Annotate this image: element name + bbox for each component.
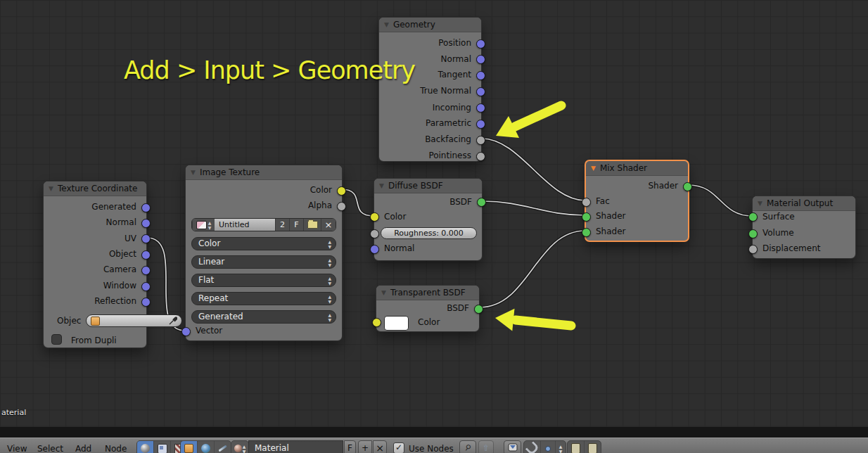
- magnet-icon: [525, 441, 540, 453]
- node-texture-coordinate[interactable]: ▼ Texture Coordinate Generated Normal UV…: [43, 181, 147, 348]
- node-geometry[interactable]: ▼ Geometry Position Normal Tangent True …: [378, 17, 482, 162]
- socket-label: Normal: [106, 217, 136, 228]
- socket-shader2-in[interactable]: [582, 228, 591, 237]
- socket-backfacing-out[interactable]: [476, 136, 485, 145]
- socket-fac-in[interactable]: [582, 198, 591, 207]
- node-mix-shader[interactable]: ▼ Mix Shader Shader Fac Shader Shader: [585, 160, 689, 242]
- source-dropdown[interactable]: Generated ▲▼: [191, 310, 336, 324]
- node-header-texture-coordinate[interactable]: ▼ Texture Coordinate: [44, 181, 146, 196]
- snap-element-button[interactable]: [540, 441, 555, 453]
- menu-select[interactable]: Select: [37, 444, 63, 453]
- socket-label: Shader: [596, 226, 626, 237]
- color-swatch[interactable]: [384, 316, 409, 331]
- object-context-button[interactable]: [181, 441, 197, 453]
- collapse-triangle-icon[interactable]: ▼: [758, 200, 762, 207]
- menu-node[interactable]: Node: [105, 444, 127, 453]
- socket-surface-in[interactable]: [748, 212, 758, 222]
- collapse-triangle-icon[interactable]: ▼: [379, 183, 384, 189]
- collapse-triangle-icon[interactable]: ▼: [191, 170, 196, 176]
- socket-normal-out[interactable]: [141, 219, 151, 228]
- extension-dropdown[interactable]: Repeat ▲▼: [191, 292, 336, 305]
- roughness-slider[interactable]: Roughness: 0.000: [381, 227, 477, 239]
- node-header-transparent-bsdf[interactable]: ▼ Transparent BSDF: [376, 286, 479, 300]
- image-browse-button[interactable]: ▲▼: [192, 219, 215, 231]
- menu-view[interactable]: View: [7, 444, 27, 453]
- use-nodes-checkbox[interactable]: ✓: [393, 442, 404, 453]
- collapse-triangle-icon[interactable]: ▼: [49, 186, 53, 192]
- fake-user-button[interactable]: F: [344, 440, 356, 453]
- socket-parametric-out[interactable]: [476, 120, 485, 129]
- paste-nodes-button[interactable]: [584, 441, 601, 453]
- new-material-button[interactable]: +: [358, 440, 372, 453]
- socket-color-in[interactable]: [372, 318, 381, 327]
- interpolation-dropdown[interactable]: Linear ▲▼: [191, 255, 336, 269]
- collapse-triangle-icon[interactable]: ▼: [384, 22, 389, 28]
- socket-alpha-out[interactable]: [337, 202, 346, 211]
- up-arrow-icon: ⇧: [483, 443, 490, 453]
- socket-roughness-in[interactable]: [370, 229, 379, 238]
- go-to-parent-tree-button[interactable]: ⇧: [478, 440, 494, 453]
- node-transparent-bsdf[interactable]: ▼ Transparent BSDF BSDF Color: [376, 285, 480, 332]
- backdrop-button[interactable]: [504, 440, 521, 453]
- socket-object-out[interactable]: [141, 250, 151, 260]
- compositing-nodes-button[interactable]: [153, 441, 170, 453]
- snap-toggle-button[interactable]: [524, 441, 540, 453]
- socket-shader-out[interactable]: [683, 182, 692, 191]
- socket-reflection-out[interactable]: [141, 298, 151, 307]
- node-header-geometry[interactable]: ▼ Geometry: [379, 18, 481, 32]
- snap-mode-arrows[interactable]: ▲▼: [555, 441, 566, 453]
- node-title: Texture Coordinate: [58, 184, 138, 193]
- socket-camera-out[interactable]: [141, 266, 151, 275]
- unlink-material-button[interactable]: ×: [373, 440, 387, 453]
- socket-generated-out[interactable]: [141, 203, 151, 212]
- socket-true-normal-out[interactable]: [476, 87, 485, 96]
- fake-user-button[interactable]: F: [289, 219, 303, 231]
- node-material-output[interactable]: ▼ Material Output Surface Volume Displac…: [752, 196, 856, 259]
- socket-window-out[interactable]: [141, 282, 151, 291]
- eyedropper-icon[interactable]: [169, 317, 177, 325]
- projection-dropdown[interactable]: Flat ▲▼: [191, 274, 336, 287]
- socket-label: UV: [125, 233, 136, 244]
- world-context-button[interactable]: [197, 441, 214, 453]
- material-browse-button[interactable]: ▲▼: [231, 440, 249, 453]
- collapse-triangle-icon[interactable]: ▼: [591, 165, 596, 172]
- open-image-button[interactable]: [303, 219, 321, 231]
- socket-volume-in[interactable]: [748, 229, 758, 238]
- socket-color-in[interactable]: [370, 212, 379, 222]
- object-selector-field[interactable]: [86, 314, 182, 327]
- socket-color-out[interactable]: [337, 186, 346, 196]
- world-globe-icon: [201, 444, 210, 453]
- unlink-image-button[interactable]: ×: [321, 219, 336, 231]
- node-header-image-texture[interactable]: ▼ Image Texture: [186, 165, 342, 180]
- socket-vector-in[interactable]: [181, 327, 191, 336]
- socket-position-out[interactable]: [476, 39, 485, 49]
- node-header-material-output[interactable]: ▼ Material Output: [753, 196, 855, 211]
- node-header-diffuse-bsdf[interactable]: ▼ Diffuse BSDF: [374, 179, 482, 193]
- linestyle-context-button[interactable]: [214, 441, 231, 453]
- image-users-count-button[interactable]: 2: [275, 219, 289, 231]
- socket-shader1-in[interactable]: [582, 212, 591, 222]
- material-name-field[interactable]: Material: [248, 440, 343, 453]
- copy-nodes-button[interactable]: [568, 441, 584, 453]
- socket-normal-in[interactable]: [370, 245, 379, 254]
- node-image-texture[interactable]: ▼ Image Texture Color Alpha ▲▼ Untitled …: [185, 165, 343, 341]
- pin-button[interactable]: ⚲: [459, 440, 476, 453]
- node-title: Geometry: [393, 20, 435, 30]
- from-dupli-checkbox[interactable]: [51, 334, 62, 345]
- collapse-triangle-icon[interactable]: ▼: [381, 290, 386, 296]
- dropdown-arrows-icon: ▲▼: [328, 294, 331, 304]
- socket-label: Color: [310, 184, 332, 196]
- browse-material-icon-button[interactable]: ▲▼: [231, 441, 248, 453]
- socket-bsdf-out[interactable]: [474, 305, 483, 314]
- node-header-mix-shader[interactable]: ▼ Mix Shader: [586, 161, 688, 176]
- socket-displacement-in[interactable]: [748, 245, 758, 254]
- socket-label: Displacement: [762, 243, 821, 254]
- menu-add[interactable]: Add: [75, 444, 91, 453]
- socket-pointiness-out[interactable]: [476, 152, 485, 161]
- socket-tangent-out[interactable]: [476, 71, 485, 80]
- image-name-field[interactable]: Untitled: [215, 219, 275, 231]
- node-diffuse-bsdf[interactable]: ▼ Diffuse BSDF BSDF Color Roughness: 0.0…: [374, 178, 483, 261]
- color-space-dropdown[interactable]: Color ▲▼: [191, 237, 336, 250]
- shader-nodes-button[interactable]: [137, 441, 153, 453]
- dropdown-arrows-icon: ▲▼: [328, 276, 331, 286]
